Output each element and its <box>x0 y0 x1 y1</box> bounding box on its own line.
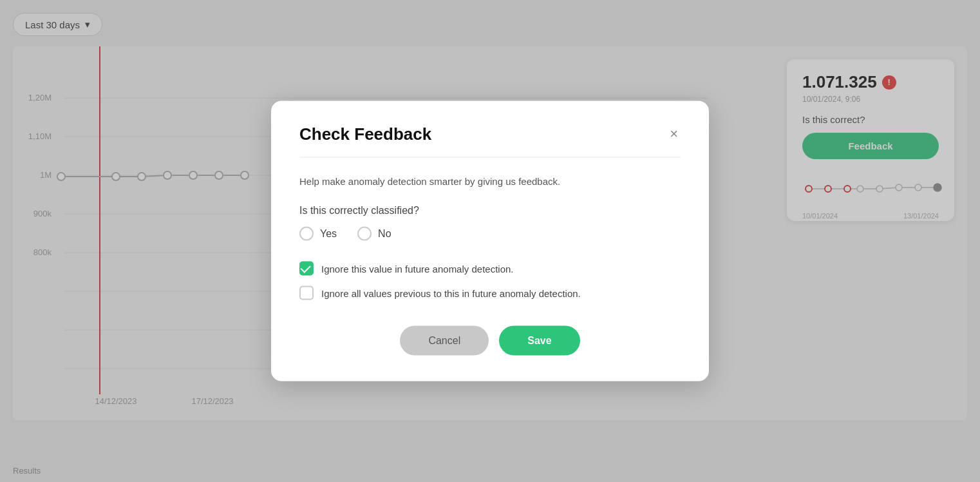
checkbox-ignore-all-label: Ignore all values previous to this in fu… <box>321 287 581 298</box>
close-button[interactable]: × <box>667 124 681 144</box>
cancel-button[interactable]: Cancel <box>400 326 489 356</box>
radio-no-label: No <box>378 228 391 240</box>
modal-header: Check Feedback × <box>299 124 681 158</box>
checkbox-ignore-all-box <box>299 286 314 300</box>
checkbox-ignore-all[interactable]: Ignore all values previous to this in fu… <box>299 286 681 300</box>
radio-no[interactable]: No <box>357 227 391 241</box>
check-feedback-modal: Check Feedback × Help make anomaly detec… <box>271 101 709 381</box>
modal-title: Check Feedback <box>299 124 431 144</box>
radio-group: Yes No <box>299 227 681 241</box>
save-button[interactable]: Save <box>499 326 580 356</box>
checkbox-ignore-value-label: Ignore this value in future anomaly dete… <box>321 263 514 274</box>
radio-no-circle <box>357 227 372 241</box>
checkbox-ignore-value-box <box>299 262 314 276</box>
radio-yes-label: Yes <box>320 228 337 240</box>
modal-footer: Cancel Save <box>299 326 681 356</box>
classification-question: Is this correctly classified? <box>299 205 681 217</box>
checkbox-ignore-value[interactable]: Ignore this value in future anomaly dete… <box>299 262 681 276</box>
radio-yes[interactable]: Yes <box>299 227 337 241</box>
modal-description: Help make anomaly detection smarter by g… <box>299 176 681 187</box>
checkbox-group: Ignore this value in future anomaly dete… <box>299 262 681 300</box>
radio-yes-circle <box>299 227 314 241</box>
